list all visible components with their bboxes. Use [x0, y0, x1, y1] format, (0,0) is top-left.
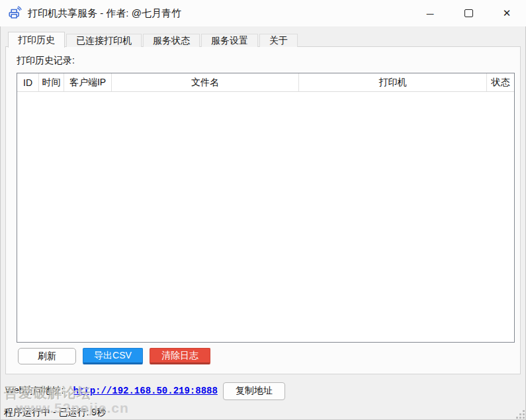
web-address-link[interactable]: http://192.168.50.219:8888 — [73, 386, 217, 396]
history-table-header: ID 时间 客户端IP 文件名 打印机 状态 — [17, 73, 514, 92]
column-header-filename[interactable]: 文件名 — [112, 73, 299, 91]
maximize-icon — [464, 9, 473, 17]
tab-connected-printers[interactable]: 已连接打印机 — [66, 34, 142, 47]
maximize-button[interactable] — [449, 0, 488, 26]
tab-strip: 打印历史 已连接打印机 服务状态 服务设置 关于 — [8, 32, 298, 47]
status-bar-text: 程序运行中 - 已运行: 9秒 — [4, 407, 106, 419]
column-header-printer[interactable]: 打印机 — [299, 73, 487, 91]
history-table[interactable]: ID 时间 客户端IP 文件名 打印机 状态 — [17, 73, 515, 343]
column-header-client-ip[interactable]: 客户端IP — [64, 73, 112, 91]
export-csv-button[interactable]: 导出CSV — [83, 348, 143, 364]
tab-about[interactable]: 关于 — [259, 34, 298, 47]
history-actions: 刷新 导出CSV 清除日志 — [18, 348, 210, 364]
web-address-row: Web访问地址: http://192.168.50.219:8888 复制地址 — [5, 382, 285, 400]
copy-address-button[interactable]: 复制地址 — [223, 382, 285, 400]
titlebar[interactable]: 打印机共享服务 - 作者: @七月青竹 ─ ✕ — [0, 0, 526, 26]
column-header-status[interactable]: 状态 — [487, 73, 514, 91]
column-header-id[interactable]: ID — [17, 73, 39, 91]
refresh-button[interactable]: 刷新 — [18, 348, 76, 364]
tab-service-settings[interactable]: 服务设置 — [201, 34, 258, 47]
resize-grip-icon[interactable] — [514, 408, 525, 419]
web-address-label: Web访问地址: — [5, 385, 64, 397]
window-title: 打印机共享服务 - 作者: @七月青竹 — [28, 7, 181, 20]
print-history-panel: 打印历史记录: ID 时间 客户端IP 文件名 打印机 状态 刷新 导出CSV … — [5, 46, 521, 374]
history-table-body-empty — [17, 92, 514, 342]
minimize-button[interactable]: ─ — [411, 0, 449, 26]
printer-wifi-icon — [7, 5, 22, 21]
history-heading: 打印历史记录: — [17, 55, 75, 67]
tab-service-status[interactable]: 服务状态 — [143, 34, 200, 47]
close-button[interactable]: ✕ — [488, 0, 526, 26]
tab-print-history[interactable]: 打印历史 — [8, 32, 65, 48]
clear-log-button[interactable]: 清除日志 — [150, 348, 210, 364]
column-header-time[interactable]: 时间 — [39, 73, 64, 91]
app-window: 打印机共享服务 - 作者: @七月青竹 ─ ✕ 打印历史 已连接打印机 服务状态… — [0, 0, 526, 420]
